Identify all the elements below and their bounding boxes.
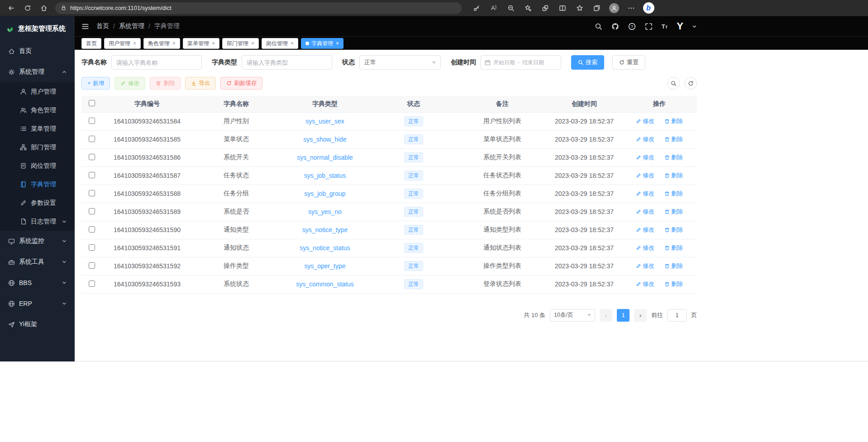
- refresh-cache-button[interactable]: 刷新缓存: [220, 77, 262, 90]
- sidebar-item-menu-mgmt[interactable]: 菜单管理: [0, 119, 75, 138]
- zoom-button[interactable]: [504, 2, 518, 14]
- dict-type-link[interactable]: sys_job_status: [304, 172, 346, 179]
- row-edit-link[interactable]: 修改: [636, 117, 654, 125]
- read-aloud-button[interactable]: A): [487, 2, 501, 14]
- dict-type-link[interactable]: sys_normal_disable: [297, 154, 353, 161]
- extensions-button[interactable]: [539, 2, 552, 14]
- close-icon[interactable]: ×: [251, 40, 254, 47]
- refresh-table-button[interactable]: [684, 77, 697, 90]
- browser-profile-button[interactable]: [607, 2, 621, 14]
- row-edit-link[interactable]: 修改: [636, 208, 654, 216]
- fullscreen-icon[interactable]: [645, 23, 653, 30]
- toggle-search-button[interactable]: [667, 77, 680, 90]
- tab-dept-mgmt[interactable]: 部门管理 ×: [222, 38, 259, 49]
- favorites-button[interactable]: [573, 2, 587, 14]
- user-logo[interactable]: Y: [677, 21, 683, 31]
- status-select[interactable]: 正常: [359, 55, 441, 70]
- dict-type-link[interactable]: sys_notice_type: [302, 226, 348, 233]
- row-edit-link[interactable]: 修改: [636, 153, 654, 162]
- dict-type-link[interactable]: sys_show_hide: [303, 136, 347, 143]
- page-number-1[interactable]: 1: [617, 309, 630, 322]
- sidebar-item-role-mgmt[interactable]: 角色管理: [0, 101, 75, 119]
- sidebar-item-system-tools[interactable]: 系统工具: [0, 252, 75, 272]
- collections-button[interactable]: [590, 2, 604, 14]
- close-icon[interactable]: ×: [133, 40, 136, 47]
- row-delete-link[interactable]: 删除: [664, 226, 683, 234]
- dict-type-link[interactable]: sys_job_group: [304, 190, 345, 197]
- row-delete-link[interactable]: 删除: [664, 171, 683, 180]
- copilot-sidebar-button[interactable]: b: [642, 2, 655, 14]
- dict-type-link[interactable]: sys_common_status: [296, 280, 354, 288]
- row-edit-link[interactable]: 修改: [636, 190, 654, 198]
- row-checkbox[interactable]: [89, 118, 95, 124]
- row-checkbox[interactable]: [89, 154, 95, 160]
- sidebar-item-post-mgmt[interactable]: 岗位管理: [0, 157, 75, 175]
- dict-type-link[interactable]: sys_notice_status: [300, 244, 350, 252]
- export-button[interactable]: 导出: [185, 77, 216, 90]
- browser-back-button[interactable]: [4, 2, 19, 14]
- close-icon[interactable]: ×: [172, 40, 176, 47]
- sidebar-item-bbs[interactable]: BBS: [0, 272, 75, 293]
- row-delete-link[interactable]: 删除: [664, 280, 683, 288]
- tab-user-mgmt[interactable]: 用户管理 ×: [104, 38, 141, 49]
- row-edit-link[interactable]: 修改: [636, 262, 654, 270]
- tab-home[interactable]: 首页: [81, 38, 101, 49]
- sidebar-item-dict-mgmt[interactable]: 字典管理: [0, 175, 75, 194]
- row-checkbox[interactable]: [89, 226, 95, 233]
- reset-button[interactable]: 重置: [612, 55, 645, 70]
- sidebar-item-home[interactable]: 首页: [0, 41, 75, 62]
- dict-name-input[interactable]: [111, 55, 202, 70]
- tab-role-mgmt[interactable]: 角色管理 ×: [143, 38, 180, 49]
- row-checkbox[interactable]: [89, 208, 95, 214]
- prev-page-button[interactable]: ‹: [600, 309, 612, 322]
- sidebar-item-yi-framework[interactable]: Yi框架: [0, 314, 75, 335]
- password-key-button[interactable]: [470, 2, 483, 14]
- close-icon[interactable]: ×: [336, 40, 339, 47]
- browser-refresh-button[interactable]: [20, 2, 35, 14]
- dict-type-link[interactable]: sys_user_sex: [305, 118, 344, 125]
- search-button[interactable]: 搜索: [571, 55, 604, 70]
- row-edit-link[interactable]: 修改: [636, 244, 654, 252]
- sidebar-item-user-mgmt[interactable]: 用户管理: [0, 82, 75, 101]
- tab-dict-mgmt[interactable]: 字典管理 ×: [301, 38, 343, 49]
- add-button[interactable]: + 新增: [81, 77, 110, 90]
- close-icon[interactable]: ×: [212, 40, 215, 47]
- edit-button[interactable]: 修改: [114, 77, 145, 90]
- sidebar-item-log-mgmt[interactable]: 日志管理: [0, 212, 75, 231]
- dict-type-link[interactable]: sys_yes_no: [308, 208, 342, 215]
- select-all-checkbox[interactable]: [89, 100, 95, 106]
- browser-home-button[interactable]: [36, 2, 52, 14]
- row-checkbox[interactable]: [89, 190, 95, 196]
- row-delete-link[interactable]: 删除: [664, 190, 683, 198]
- sidebar-collapse-button[interactable]: [81, 23, 89, 30]
- row-delete-link[interactable]: 删除: [664, 153, 683, 162]
- row-edit-link[interactable]: 修改: [636, 135, 654, 143]
- sidebar-item-system-monitor[interactable]: 系统监控: [0, 231, 75, 252]
- search-icon[interactable]: [595, 23, 602, 30]
- chevron-down-icon[interactable]: [692, 24, 697, 29]
- row-checkbox[interactable]: [89, 172, 95, 178]
- sidebar-item-dept-mgmt[interactable]: 部门管理: [0, 138, 75, 157]
- tab-menu-mgmt[interactable]: 菜单管理 ×: [183, 38, 219, 49]
- browser-menu-button[interactable]: [625, 2, 638, 14]
- split-screen-button[interactable]: [556, 2, 569, 14]
- row-delete-link[interactable]: 删除: [664, 244, 683, 252]
- row-edit-link[interactable]: 修改: [636, 171, 654, 180]
- next-page-button[interactable]: ›: [634, 309, 647, 322]
- address-bar[interactable]: https://ccnetcore.com:1101/system/dict: [55, 2, 462, 14]
- date-range-picker[interactable]: 开始日期 - 结束日期: [481, 55, 561, 70]
- add-favorite-button[interactable]: [521, 2, 535, 14]
- row-checkbox[interactable]: [89, 136, 95, 142]
- row-checkbox[interactable]: [89, 280, 95, 287]
- row-edit-link[interactable]: 修改: [636, 226, 654, 234]
- row-delete-link[interactable]: 删除: [664, 135, 683, 143]
- delete-button[interactable]: 删除: [150, 77, 181, 90]
- row-edit-link[interactable]: 修改: [636, 280, 654, 288]
- sidebar-item-erp[interactable]: ERP: [0, 293, 75, 314]
- sidebar-item-param-settings[interactable]: 参数设置: [0, 194, 75, 212]
- row-delete-link[interactable]: 删除: [664, 262, 683, 270]
- row-checkbox[interactable]: [89, 262, 95, 269]
- row-delete-link[interactable]: 删除: [664, 117, 683, 125]
- breadcrumb-home[interactable]: 首页: [96, 22, 109, 30]
- dict-type-link[interactable]: sys_oper_type: [304, 262, 345, 270]
